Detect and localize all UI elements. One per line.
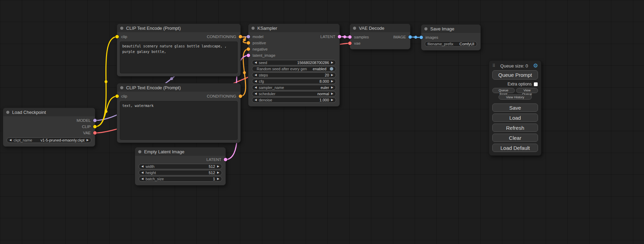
node-title-bar[interactable]: CLIP Text Encode (Prompt) — [117, 24, 240, 32]
decrement-arrow-icon[interactable]: ◀ — [141, 171, 143, 174]
node-clip-text-encode-negative[interactable]: CLIP Text Encode (Prompt) clip CONDITION… — [117, 83, 241, 143]
input-port-model[interactable] — [247, 35, 250, 38]
decrement-arrow-icon[interactable]: ◀ — [255, 86, 257, 89]
output-port-vae[interactable] — [93, 131, 97, 135]
clear-button[interactable]: Clear — [492, 134, 538, 142]
load-default-button[interactable]: Load Default — [492, 144, 538, 152]
increment-arrow-icon[interactable]: ▶ — [331, 92, 333, 95]
node-empty-latent-image[interactable]: Empty Latent Image LATENT ◀ width 512 ▶ … — [135, 147, 226, 186]
output-port-image[interactable] — [408, 35, 412, 39]
increment-arrow-icon[interactable]: ▶ — [217, 165, 219, 168]
node-title-bar[interactable]: KSampler — [248, 24, 339, 32]
decrement-arrow-icon[interactable]: ◀ — [255, 80, 257, 83]
node-vae-decode[interactable]: VAE Decode samples IMAGE vae — [350, 24, 411, 49]
output-slot-row: VAE — [3, 130, 95, 136]
increment-arrow-icon[interactable]: ▶ — [331, 80, 333, 83]
input-port-negative[interactable] — [247, 47, 250, 51]
widget-scheduler[interactable]: ◀ scheduler normal ▶ — [252, 91, 336, 97]
output-port-conditioning[interactable] — [239, 35, 242, 38]
collapse-dot-icon[interactable] — [120, 86, 123, 89]
node-ksampler[interactable]: KSampler model LATENT positive negative … — [248, 24, 340, 107]
widget-denoise[interactable]: ◀ denoise 1.000 ▶ — [252, 97, 336, 103]
widget-sampler-name[interactable]: ◀ sampler_name euler ▶ — [252, 85, 336, 90]
input-port-images[interactable] — [420, 36, 423, 39]
input-label-negative: negative — [253, 47, 267, 51]
view-queue-button[interactable]: View Queue — [516, 88, 538, 93]
node-title-bar[interactable]: Load Checkpoint — [3, 108, 95, 116]
input-port-clip[interactable] — [115, 94, 119, 98]
collapse-dot-icon[interactable] — [6, 111, 9, 114]
node-clip-text-encode-positive[interactable]: CLIP Text Encode (Prompt) clip CONDITION… — [117, 24, 241, 76]
positive-prompt-textarea[interactable]: beautiful scenery nature glass bottle la… — [120, 42, 238, 73]
increment-arrow-icon[interactable]: ▶ — [217, 171, 219, 174]
output-label-clip: CLIP — [82, 125, 91, 129]
output-label-image: IMAGE — [393, 35, 406, 39]
widget-random-seed-toggle[interactable]: Random seed after every gen enabled — [252, 66, 336, 72]
input-port-samples[interactable] — [348, 35, 352, 39]
widget-height[interactable]: ◀ height 512 ▶ — [139, 170, 222, 175]
output-port-latent[interactable] — [338, 35, 341, 38]
widget-filename-prefix[interactable]: filename_prefix ComfyUI — [425, 41, 477, 47]
widget-value: 156680208700286 — [297, 61, 329, 65]
collapse-dot-icon[interactable] — [138, 150, 141, 153]
node-title: KSampler — [257, 26, 277, 31]
decrement-arrow-icon[interactable]: ◀ — [141, 178, 143, 180]
increment-arrow-icon[interactable]: ▶ — [331, 61, 333, 64]
widget-name: width — [145, 164, 155, 169]
slot-row: vae — [350, 40, 410, 46]
view-history-button[interactable]: View History — [499, 94, 531, 100]
widget-cfg[interactable]: ◀ cfg 8.000 ▶ — [252, 79, 336, 84]
widget-batch-size[interactable]: ◀ batch_size 1 ▶ — [139, 176, 222, 182]
output-port-clip[interactable] — [93, 125, 97, 128]
decrement-arrow-icon[interactable]: ◀ — [255, 74, 257, 76]
load-button[interactable]: Load — [492, 114, 538, 122]
queue-panel: ⠿ Queue size: 0 ⚙ Queue Prompt Extra opt… — [489, 60, 541, 156]
widget-name: ckpt_name — [14, 138, 32, 142]
toggle-indicator-icon[interactable] — [330, 67, 333, 71]
node-save-image[interactable]: Save Image images filename_prefix ComfyU… — [421, 24, 481, 51]
slot-row: latent_image — [248, 52, 339, 58]
widget-seed[interactable]: ◀ seed 156680208700286 ▶ — [252, 60, 336, 65]
decrement-arrow-icon[interactable]: ◀ — [141, 165, 143, 168]
negative-prompt-textarea[interactable]: text, watermark — [120, 101, 238, 140]
widget-width[interactable]: ◀ width 512 ▶ — [139, 164, 222, 169]
output-label-latent: LATENT — [320, 35, 335, 39]
increment-arrow-icon[interactable]: ▶ — [331, 99, 333, 101]
increment-arrow-icon[interactable]: ▶ — [331, 86, 333, 89]
increment-arrow-icon[interactable]: ▶ — [217, 178, 219, 180]
output-port-conditioning[interactable] — [239, 94, 242, 98]
decrement-arrow-icon[interactable]: ◀ — [255, 92, 257, 95]
widget-steps[interactable]: ◀ steps 20 ▶ — [252, 72, 336, 78]
widget-ckpt-name[interactable]: ◀ ckpt_name v1-5-pruned-emaonly.ckpt ▶ — [7, 137, 91, 143]
input-port-positive[interactable] — [247, 41, 250, 45]
input-port-clip[interactable] — [115, 35, 119, 38]
widget-value: 512 — [209, 164, 215, 169]
queue-prompt-button[interactable]: Queue Prompt — [492, 70, 538, 80]
output-slot-row: LATENT — [135, 157, 226, 162]
node-title-bar[interactable]: Empty Latent Image — [135, 147, 226, 156]
drag-handle-icon[interactable]: ⠿ — [492, 63, 495, 68]
input-port-vae[interactable] — [348, 42, 352, 45]
decrement-arrow-icon[interactable]: ◀ — [9, 139, 11, 142]
settings-gear-icon[interactable]: ⚙ — [533, 63, 538, 69]
node-title-bar[interactable]: Save Image — [421, 25, 480, 33]
decrement-arrow-icon[interactable]: ◀ — [255, 61, 257, 64]
node-title-bar[interactable]: CLIP Text Encode (Prompt) — [117, 83, 240, 92]
queue-size-label: Queue size: 0 — [500, 63, 528, 69]
collapse-dot-icon[interactable] — [252, 27, 255, 30]
input-port-latent-image[interactable] — [247, 54, 250, 57]
extra-options-checkbox[interactable] — [534, 82, 538, 86]
node-title-bar[interactable]: VAE Decode — [350, 24, 410, 32]
collapse-dot-icon[interactable] — [353, 27, 356, 30]
increment-arrow-icon[interactable]: ▶ — [87, 139, 89, 142]
node-load-checkpoint[interactable]: Load Checkpoint MODEL CLIP VAE ◀ ckpt_na… — [3, 108, 95, 147]
increment-arrow-icon[interactable]: ▶ — [331, 74, 333, 76]
output-port-latent[interactable] — [224, 158, 227, 161]
output-port-model[interactable] — [93, 119, 97, 122]
collapse-dot-icon[interactable] — [424, 27, 427, 30]
refresh-button[interactable]: Refresh — [492, 124, 538, 132]
decrement-arrow-icon[interactable]: ◀ — [255, 99, 257, 101]
queue-front-button[interactable]: Queue Front — [492, 88, 515, 93]
save-button[interactable]: Save — [492, 103, 538, 112]
collapse-dot-icon[interactable] — [120, 27, 123, 30]
